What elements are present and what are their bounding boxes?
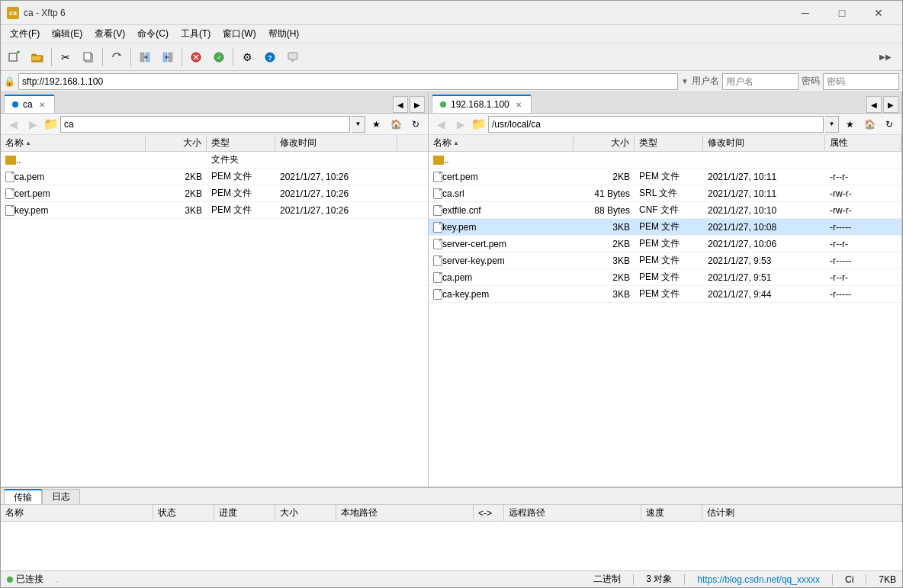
close-button[interactable]: ✕ xyxy=(861,2,896,24)
left-file-row[interactable]: cert.pem 2KB PEM 文件 2021/1/27, 10:26 xyxy=(1,185,428,202)
right-tab-close[interactable]: ✕ xyxy=(514,101,523,109)
file-modified: 2021/1/27, 10:26 xyxy=(275,202,397,218)
window-title: ca - Xftp 6 xyxy=(24,8,788,18)
right-path-input[interactable] xyxy=(488,116,824,133)
file-size: 3KB xyxy=(574,219,635,235)
left-file-row[interactable]: key.pem 3KB PEM 文件 2021/1/27, 10:26 xyxy=(1,202,428,219)
left-tab-ca[interactable]: ca ✕ xyxy=(4,95,55,113)
object-count: 3 对象 xyxy=(646,573,672,586)
tcol-size[interactable]: 大小 xyxy=(275,505,336,521)
download-button[interactable] xyxy=(157,47,178,68)
right-file-row[interactable]: ca.pem 2KB PEM 文件 2021/1/27, 9:51 -r--r- xyxy=(429,269,901,286)
copy-button[interactable] xyxy=(78,47,99,68)
right-home-button[interactable]: 🏠 xyxy=(860,116,879,133)
left-tab-close[interactable]: ✕ xyxy=(37,101,47,109)
right-refresh-button[interactable]: ↻ xyxy=(880,116,898,133)
expand-right-button[interactable]: ▶▶ xyxy=(875,47,896,68)
chat-button[interactable] xyxy=(282,47,304,68)
left-tab-prev[interactable]: ◀ xyxy=(393,96,408,113)
delete-button[interactable] xyxy=(185,47,207,68)
right-file-row[interactable]: ca.srl 41 Bytes SRL 文件 2021/1/27, 10:11 … xyxy=(429,185,901,202)
right-bookmark-button[interactable]: ★ xyxy=(840,116,859,133)
menu-tools[interactable]: 工具(T) xyxy=(175,26,217,43)
settings-button[interactable]: ⚙ xyxy=(236,47,258,68)
tcol-status[interactable]: 状态 xyxy=(153,505,214,521)
menu-command[interactable]: 命令(C) xyxy=(131,26,175,43)
svg-text:✓: ✓ xyxy=(217,54,222,61)
left-refresh-button[interactable]: ↻ xyxy=(407,116,425,133)
username-input[interactable] xyxy=(722,73,799,90)
tcol-eta[interactable]: 估计剩 xyxy=(702,505,902,521)
menu-file[interactable]: 文件(F) xyxy=(4,26,46,43)
right-file-row[interactable]: .. xyxy=(429,152,901,169)
left-home-button[interactable]: 🏠 xyxy=(387,116,405,133)
open-session-button[interactable] xyxy=(27,47,48,68)
right-tab-main[interactable]: 192.168.1.100 ✕ xyxy=(432,95,532,113)
app-icon: ca xyxy=(7,7,19,19)
left-file-row[interactable]: .. 文件夹 xyxy=(1,152,428,169)
new-session-button[interactable] xyxy=(4,47,25,68)
cut-button[interactable]: ✂ xyxy=(55,47,76,68)
right-tab-next[interactable]: ▶ xyxy=(883,96,898,113)
left-path-input[interactable] xyxy=(60,116,350,133)
left-col-type[interactable]: 类型 xyxy=(207,135,275,151)
watermark-link[interactable]: https://blog.csdn.net/qq_xxxxx xyxy=(697,574,820,585)
menu-window[interactable]: 窗口(W) xyxy=(217,26,262,43)
transfer-tab[interactable]: 传输 xyxy=(4,489,42,504)
log-tab[interactable]: 日志 xyxy=(42,489,80,504)
file-type: PEM 文件 xyxy=(635,252,703,268)
left-tab-next[interactable]: ▶ xyxy=(410,96,425,113)
sftp-address-input[interactable] xyxy=(18,73,678,90)
conn-bar: 🔒 ▼ 用户名 密码 xyxy=(1,71,902,92)
file-type: PEM 文件 xyxy=(635,236,703,252)
right-file-row[interactable]: cert.pem 2KB PEM 文件 2021/1/27, 10:11 -r-… xyxy=(429,169,901,185)
left-col-modified[interactable]: 修改时间 xyxy=(275,135,397,151)
svg-text:?: ? xyxy=(268,53,272,61)
menu-edit[interactable]: 编辑(E) xyxy=(46,26,88,43)
left-col-size[interactable]: 大小 xyxy=(146,135,207,151)
transfer-mode: 二进制 xyxy=(593,573,621,586)
connect-button[interactable]: ✓ xyxy=(208,47,230,68)
right-col-size[interactable]: 大小 xyxy=(574,135,635,151)
right-file-row[interactable]: key.pem 3KB PEM 文件 2021/1/27, 10:08 -r--… xyxy=(429,219,901,236)
file-modified: 2021/1/27, 10:08 xyxy=(703,219,825,235)
right-file-row[interactable]: server-key.pem 3KB PEM 文件 2021/1/27, 9:5… xyxy=(429,252,901,269)
tcol-name[interactable]: 名称 xyxy=(1,505,153,521)
tcol-progress[interactable]: 进度 xyxy=(214,505,275,521)
right-col-attr[interactable]: 属性 xyxy=(825,135,901,151)
left-bookmark-button[interactable]: ★ xyxy=(367,116,385,133)
right-path-dropdown[interactable]: ▼ xyxy=(825,116,839,133)
right-back-button[interactable]: ◀ xyxy=(432,116,450,133)
right-file-row[interactable]: extfile.cnf 88 Bytes CNF 文件 2021/1/27, 1… xyxy=(429,202,901,219)
file-type: PEM 文件 xyxy=(207,202,275,218)
left-file-list: 名称 ▲ 大小 类型 修改时间 .. xyxy=(1,135,428,487)
tcol-remote-path[interactable]: 远程路径 xyxy=(504,505,641,521)
left-back-button[interactable]: ◀ xyxy=(4,116,22,133)
maximize-button[interactable]: □ xyxy=(824,2,860,24)
menu-view[interactable]: 查看(V) xyxy=(88,26,131,43)
left-file-row[interactable]: ca.pem 2KB PEM 文件 2021/1/27, 10:26 xyxy=(1,169,428,185)
right-col-name[interactable]: 名称 ▲ xyxy=(429,135,574,151)
right-file-row[interactable]: ca-key.pem 3KB PEM 文件 2021/1/27, 9:44 -r… xyxy=(429,286,901,303)
tcol-speed[interactable]: 速度 xyxy=(641,505,702,521)
file-icon xyxy=(433,188,442,199)
tcol-local-path[interactable]: 本地路径 xyxy=(336,505,474,521)
minimize-button[interactable]: ─ xyxy=(788,2,823,24)
right-tab-prev[interactable]: ◀ xyxy=(866,96,882,113)
right-col-type[interactable]: 类型 xyxy=(635,135,703,151)
right-col-modified[interactable]: 修改时间 xyxy=(703,135,825,151)
file-type xyxy=(635,152,703,168)
left-forward-button[interactable]: ▶ xyxy=(24,116,42,133)
refresh-button[interactable] xyxy=(106,47,127,68)
right-forward-button[interactable]: ▶ xyxy=(452,116,470,133)
size-total: 7KB xyxy=(879,574,896,585)
file-attr: -r--r- xyxy=(825,169,901,185)
help-button[interactable]: ? xyxy=(259,47,281,68)
file-icon xyxy=(5,205,14,216)
upload-button[interactable] xyxy=(134,47,156,68)
menu-help[interactable]: 帮助(H) xyxy=(262,26,306,43)
right-file-row[interactable]: server-cert.pem 2KB PEM 文件 2021/1/27, 10… xyxy=(429,236,901,252)
left-col-name[interactable]: 名称 ▲ xyxy=(1,135,146,151)
password-input[interactable] xyxy=(823,73,899,90)
left-path-dropdown[interactable]: ▼ xyxy=(352,116,365,133)
